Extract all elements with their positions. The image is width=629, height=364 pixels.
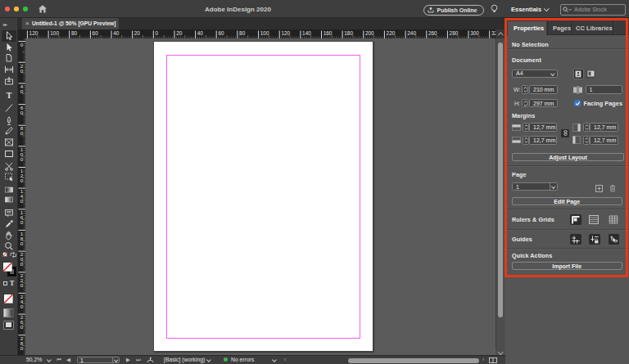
svg-text:60: 60 <box>93 30 99 36</box>
svg-text:220: 220 <box>387 30 396 36</box>
svg-text:0: 0 <box>20 303 24 309</box>
svg-text:0: 0 <box>156 30 159 36</box>
svg-text:0: 0 <box>20 324 24 330</box>
svg-text:0: 0 <box>20 110 24 115</box>
svg-text:280: 280 <box>450 30 459 36</box>
svg-text:60: 60 <box>218 30 224 36</box>
svg-text:0: 0 <box>20 156 24 162</box>
svg-text:80: 80 <box>239 30 246 36</box>
svg-text:0: 0 <box>20 88 24 94</box>
svg-text:300: 300 <box>470 30 479 36</box>
svg-text:20: 20 <box>134 30 141 36</box>
svg-text:160: 160 <box>324 30 333 36</box>
svg-text:0: 0 <box>20 261 24 267</box>
svg-text:40: 40 <box>113 30 120 36</box>
svg-text:0: 0 <box>20 68 24 74</box>
svg-text:0: 0 <box>20 178 24 183</box>
svg-text:40: 40 <box>197 30 204 36</box>
svg-text:100: 100 <box>260 30 269 36</box>
svg-text:260: 260 <box>428 30 437 36</box>
svg-text:0: 0 <box>20 240 24 246</box>
svg-text:240: 240 <box>407 30 416 36</box>
svg-text:T: T <box>7 91 12 100</box>
svg-text:120: 120 <box>281 30 290 36</box>
svg-text:180: 180 <box>344 30 353 36</box>
svg-text:140: 140 <box>302 30 311 36</box>
svg-text:0: 0 <box>20 345 24 351</box>
svg-text:0: 0 <box>20 42 24 47</box>
svg-text:0: 0 <box>20 219 24 225</box>
svg-text:80: 80 <box>71 30 78 36</box>
svg-text:200: 200 <box>365 30 374 36</box>
svg-text:120: 120 <box>29 30 38 36</box>
svg-text:0: 0 <box>20 282 24 288</box>
svg-text:0: 0 <box>20 130 24 136</box>
svg-text:0: 0 <box>20 198 24 204</box>
svg-text:100: 100 <box>50 30 59 36</box>
svg-text:20: 20 <box>176 30 183 36</box>
